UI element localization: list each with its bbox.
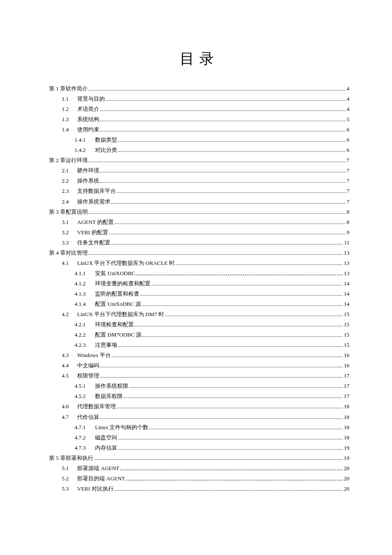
toc-entry[interactable]: 4.5.1操作系统权限17 [75,381,349,391]
toc-leader [111,199,346,203]
toc-entry-number: 4.1.2 [75,279,89,289]
toc-entry[interactable]: 4.1LinUX 平台下代理数据库为 ORACLE 时13 [62,258,349,268]
toc-entry-page: 14 [343,299,349,309]
toc-entry-number: 4.2 [62,309,71,320]
toc-leader [135,322,343,326]
toc-entry[interactable]: 2.2操作系统7 [62,176,349,186]
toc-entry-number: 4.3 [62,350,71,360]
toc-entry[interactable]: 1.3系统结构5 [62,114,349,125]
toc-entry[interactable]: 4.1.3监听的配置和检查14 [75,289,349,299]
toc-entry-page: 5 [346,114,350,125]
toc-entry-page: 15 [343,320,349,330]
toc-entry[interactable]: 5.3VERI 对比执行20 [62,484,349,494]
toc-entry-label: 中文编码 [77,360,99,371]
toc-entry-label: 环境检查和配置 [95,320,134,330]
toc-entry[interactable]: 4.1.4配置 UniXoDBC 源14 [75,299,349,309]
toc-entry-label: Linux 文件句柄的个数 [95,422,148,433]
toc-entry-number: 4.2.2 [75,330,89,340]
toc-entry[interactable]: 1.4.2对比分类6 [75,145,349,155]
toc-entry-label: 硬件环境 [77,166,99,176]
toc-entry[interactable]: 第 4 章对比管理13 [49,248,349,258]
toc-entry[interactable]: 4.2.1环境检查和配置15 [75,320,349,330]
toc-entry-label: 第 4 章对比管理 [49,248,88,258]
toc-entry-page: 6 [346,145,350,155]
toc-entry[interactable]: 4.5权限管理17 [62,371,349,381]
toc-entry[interactable]: 4.2.2配置 DM7ODBC 源15 [75,330,349,340]
toc-entry-number: 4.1.4 [75,299,89,309]
toc-entry[interactable]: 4.2.3注意事项15 [75,340,349,350]
toc-entry-label: 注意事项 [95,340,117,350]
toc-entry-label: VERI 的配置 [77,227,108,238]
toc-entry[interactable]: 2.3支持数据库平台7 [62,186,349,196]
toc-entry-page: 4 [346,94,350,104]
toc-entry[interactable]: 1.4使用约束6 [62,125,349,135]
toc-entry[interactable]: 1.1背景与目的4 [62,94,349,104]
toc-entry[interactable]: 3.2VERI 的配置9 [62,227,349,238]
toc-entry[interactable]: 2.4操作系统需求7 [62,197,349,207]
toc-entry-page: 19 [343,443,349,453]
toc-entry[interactable]: 4.7.2磁盘空间18 [75,433,349,443]
toc-entry-number: 4.2.3 [75,340,89,350]
toc-entry-page: 15 [343,309,349,320]
toc-entry-label: LinUX 平台下代理数据库为 ORACLE 时 [77,258,175,268]
toc-entry[interactable]: 第 5 章部署和执行19 [49,453,349,463]
toc-entry[interactable]: 第 3 章配置说明8 [49,207,349,217]
toc-entry-number: 1.4 [62,125,71,135]
toc-entry[interactable]: 3.3任务文件配置11 [62,238,349,248]
toc-entry-page: 7 [346,197,350,207]
toc-entry-number: 4.6 [62,401,71,412]
toc-entry-label: 第 2 章运行环境 [49,155,88,166]
toc-entry-label: 数据类型 [95,135,117,145]
toc-entry-number: 5.1 [62,463,71,474]
toc-leader [117,189,346,193]
toc-entry-number: 1.3 [62,114,71,125]
toc-entry-page: 18 [343,401,349,412]
toc-entry-page: 13 [343,268,349,279]
toc-leader [176,261,343,265]
toc-entry[interactable]: 4.5.2数据库权限17 [75,391,349,401]
toc-entry[interactable]: 4.7代价估算18 [62,412,349,422]
toc-leader [126,476,343,480]
toc-entry-label: 配置 UniXoDBC 源 [95,299,141,309]
toc-leader [111,240,343,244]
toc-entry[interactable]: 5.1部署源端 AGENT20 [62,463,349,474]
toc-entry-page: 8 [346,217,350,227]
toc-leader [140,291,343,296]
toc-entry-page: 7 [346,176,350,186]
toc-entry-label: 操作系统权限 [95,381,128,391]
toc-entry[interactable]: 4.1.1安装 UniXODBC13 [75,268,349,279]
toc-entry[interactable]: 4.7.3内存估算19 [75,443,349,453]
toc-leader [109,230,346,234]
toc-entry-page: 18 [343,433,349,443]
toc-entry[interactable]: 4.1.2环境变量的检查和配置14 [75,279,349,289]
toc-entry-label: 支持数据库平台 [77,186,116,196]
toc-leader [142,332,343,337]
toc-entry-label: 第 1 章软件简介 [49,84,88,94]
toc-entry[interactable]: 4.6代理数据库管理18 [62,401,349,412]
toc-entry[interactable]: 4.2LinUX 平台下代理数据库为 DM7 时15 [62,309,349,320]
toc-entry-label: 安装 UniXODBC [95,268,135,279]
toc-entry[interactable]: 第 1 章软件简介4 [49,84,349,94]
toc-entry-label: 代价估算 [77,412,99,422]
toc-leader [118,445,343,450]
toc-entry[interactable]: 1.2术语简介4 [62,104,349,114]
toc-entry-page: 6 [346,135,350,145]
toc-entry[interactable]: 4.3Windows 平台16 [62,350,349,360]
toc-entry[interactable]: 5.2部署目的端 AGENT20 [62,474,349,484]
toc-entry-number: 1.1 [62,94,71,104]
toc-entry-page: 9 [346,227,350,238]
toc-entry[interactable]: 1.4.1数据类型6 [75,135,349,145]
toc-entry[interactable]: 4.7.1Linux 文件句柄的个数18 [75,422,349,433]
toc-leader [118,435,343,439]
toc-entry[interactable]: 2.1硬件环境7 [62,166,349,176]
toc-entry[interactable]: 4.4中文编码16 [62,360,349,371]
toc-leader [129,384,343,388]
toc-entry-label: 背景与目的 [77,94,105,104]
toc-leader [100,415,343,419]
toc-entry-page: 4 [346,84,350,94]
toc-entry-label: 环境变量的检查和配置 [95,279,150,289]
toc-entry[interactable]: 第 2 章运行环境7 [49,155,349,166]
toc-leader [120,466,343,470]
toc-entry[interactable]: 3.1AGENT 的配置8 [62,217,349,227]
toc-entry-label: Windows 平台 [77,350,111,360]
